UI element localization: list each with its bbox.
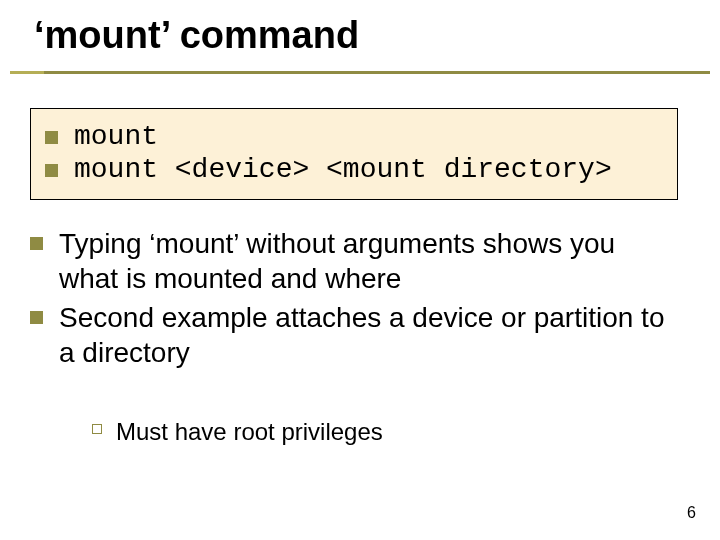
sub-list: Must have root privileges	[92, 416, 678, 447]
list-item: Typing ‘mount’ without arguments shows y…	[30, 226, 678, 296]
list-item: mount <device> <mount directory>	[45, 154, 663, 185]
slide-title: ‘mount’ command	[34, 14, 359, 57]
square-bullet-icon	[30, 311, 43, 324]
page-number: 6	[687, 504, 696, 522]
title-container: ‘mount’ command	[10, 0, 710, 74]
body-list: Typing ‘mount’ without arguments shows y…	[30, 226, 678, 374]
square-bullet-icon	[45, 164, 58, 177]
square-bullet-icon	[45, 131, 58, 144]
slide: ‘mount’ command mount mount <device> <mo…	[0, 0, 720, 540]
code-box: mount mount <device> <mount directory>	[30, 108, 678, 200]
title-accent-line	[10, 71, 44, 74]
list-item: Must have root privileges	[92, 416, 678, 447]
body-text: Typing ‘mount’ without arguments shows y…	[59, 226, 678, 296]
list-item: mount	[45, 121, 663, 152]
hollow-square-bullet-icon	[92, 424, 102, 434]
code-text: mount	[74, 121, 158, 152]
list-item: Second example attaches a device or part…	[30, 300, 678, 370]
body-text: Second example attaches a device or part…	[59, 300, 678, 370]
sub-text: Must have root privileges	[116, 416, 383, 447]
square-bullet-icon	[30, 237, 43, 250]
code-text: mount <device> <mount directory>	[74, 154, 612, 185]
